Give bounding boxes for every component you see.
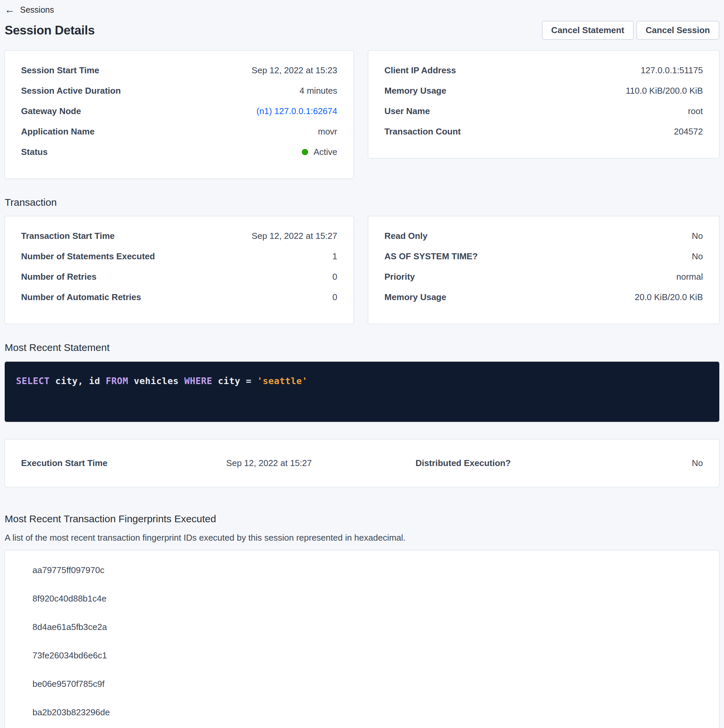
- transaction-count-row: Transaction Count 204572: [384, 121, 703, 142]
- status-value: Active: [302, 147, 337, 157]
- page-header: Session Details Cancel Statement Cancel …: [5, 21, 719, 40]
- execution-start-time-label: Execution Start Time: [21, 458, 107, 468]
- sql-text: city =: [212, 376, 257, 386]
- client-ip-row: Client IP Address 127.0.0.1:51175: [384, 60, 703, 81]
- transaction-start-time-row: Transaction Start Time Sep 12, 2022 at 1…: [21, 226, 337, 246]
- transaction-section-heading: Transaction: [5, 196, 719, 209]
- application-name-label: Application Name: [21, 127, 95, 137]
- read-only-row: Read Only No: [384, 226, 703, 246]
- transaction-info-card: Transaction Start Time Sep 12, 2022 at 1…: [5, 216, 354, 324]
- automatic-retries-value: 0: [332, 292, 337, 303]
- session-info-card: Session Start Time Sep 12, 2022 at 15:23…: [5, 50, 354, 179]
- statements-executed-label: Number of Statements Executed: [21, 251, 155, 262]
- user-name-label: User Name: [384, 106, 430, 116]
- session-memory-usage-value: 110.0 KiB/200.0 KiB: [626, 86, 703, 96]
- as-of-system-time-row: AS OF SYSTEM TIME? No: [384, 246, 703, 267]
- session-active-duration-value: 4 minutes: [299, 86, 337, 96]
- client-ip-label: Client IP Address: [384, 65, 456, 76]
- session-start-time-value: Sep 12, 2022 at 15:23: [252, 65, 337, 76]
- status-row: Status Active: [21, 142, 337, 162]
- cancel-session-button[interactable]: Cancel Session: [636, 21, 719, 40]
- gateway-node-row: Gateway Node (n1) 127.0.0.1:62674: [21, 101, 337, 121]
- distributed-execution-label: Distributed Execution?: [416, 458, 511, 468]
- breadcrumb-back-sessions[interactable]: ← Sessions: [5, 0, 54, 15]
- distributed-execution-value: No: [692, 458, 703, 468]
- retries-value: 0: [332, 272, 337, 282]
- status-active-dot-icon: [302, 149, 308, 155]
- sql-keyword: FROM: [106, 376, 128, 386]
- statement-section-heading: Most Recent Statement: [5, 341, 719, 354]
- user-name-row: User Name root: [384, 101, 703, 121]
- header-actions: Cancel Statement Cancel Session: [542, 21, 719, 40]
- transaction-memory-usage-row: Memory Usage 20.0 KiB/20.0 KiB: [384, 287, 703, 307]
- fingerprint-list-item: 8d4ae61a5fb3ce2a: [5, 613, 719, 641]
- priority-value: normal: [677, 272, 703, 282]
- fingerprint-list-item: be06e9570f785c9f: [5, 670, 719, 698]
- status-badge: Active: [314, 147, 337, 157]
- transaction-memory-usage-label: Memory Usage: [384, 292, 446, 303]
- breadcrumb-label: Sessions: [20, 5, 54, 15]
- fingerprints-description: A list of the most recent transaction fi…: [5, 532, 719, 543]
- transaction-count-value: 204572: [674, 127, 703, 137]
- session-summary-row: Session Start Time Sep 12, 2022 at 15:23…: [5, 50, 719, 179]
- sql-string-literal: 'seattle': [257, 376, 308, 386]
- transaction-summary-row: Transaction Start Time Sep 12, 2022 at 1…: [5, 216, 719, 324]
- transaction-start-time-value: Sep 12, 2022 at 15:27: [252, 231, 337, 241]
- fingerprint-list-item: aa79775ff097970c: [5, 556, 719, 584]
- session-start-time-label: Session Start Time: [21, 65, 99, 76]
- session-memory-usage-label: Memory Usage: [384, 86, 446, 96]
- statements-executed-row: Number of Statements Executed 1: [21, 246, 337, 267]
- application-name-value: movr: [318, 127, 337, 137]
- sql-keyword: SELECT: [16, 376, 50, 386]
- fingerprint-list-item: 73fe26034bd6e6c1: [5, 641, 719, 670]
- gateway-node-label: Gateway Node: [21, 106, 81, 116]
- transaction-props-card: Read Only No AS OF SYSTEM TIME? No Prior…: [368, 216, 719, 324]
- application-name-row: Application Name movr: [21, 121, 337, 142]
- fingerprints-card: aa79775ff097970c 8f920c40d88b1c4e 8d4ae6…: [5, 551, 719, 728]
- page-title: Session Details: [5, 23, 95, 37]
- cancel-statement-button[interactable]: Cancel Statement: [542, 21, 634, 40]
- automatic-retries-row: Number of Automatic Retries 0: [21, 287, 337, 307]
- execution-start-time-row: Execution Start Time Sep 12, 2022 at 15:…: [21, 453, 362, 473]
- session-details-page: ← Sessions Session Details Cancel Statem…: [0, 0, 724, 728]
- sql-text: vehicles: [128, 376, 184, 386]
- status-label: Status: [21, 147, 47, 157]
- back-arrow-icon: ←: [5, 5, 15, 15]
- read-only-label: Read Only: [384, 231, 427, 241]
- priority-row: Priority normal: [384, 267, 703, 287]
- transaction-memory-usage-value: 20.0 KiB/20.0 KiB: [635, 292, 703, 303]
- sql-statement-text: SELECT city, id FROM vehicles WHERE city…: [16, 376, 708, 386]
- fingerprint-list-item: ba2b203b823296de: [5, 698, 719, 726]
- fingerprint-list-item: 8f920c40d88b1c4e: [5, 584, 719, 613]
- read-only-value: No: [692, 231, 703, 241]
- session-memory-usage-row: Memory Usage 110.0 KiB/200.0 KiB: [384, 81, 703, 101]
- fingerprints-section-heading: Most Recent Transaction Fingerprints Exe…: [5, 512, 719, 525]
- client-ip-value: 127.0.0.1:51175: [641, 65, 703, 76]
- session-start-time-row: Session Start Time Sep 12, 2022 at 15:23: [21, 60, 337, 81]
- priority-label: Priority: [384, 272, 415, 282]
- transaction-count-label: Transaction Count: [384, 127, 461, 137]
- client-info-card: Client IP Address 127.0.0.1:51175 Memory…: [368, 50, 719, 158]
- distributed-execution-row: Distributed Execution? No: [362, 453, 703, 473]
- sql-statement-box: SELECT city, id FROM vehicles WHERE city…: [5, 362, 719, 422]
- sql-text: city, id: [50, 376, 106, 386]
- statements-executed-value: 1: [332, 251, 337, 262]
- execution-card: Execution Start Time Sep 12, 2022 at 15:…: [5, 439, 719, 487]
- session-active-duration-row: Session Active Duration 4 minutes: [21, 81, 337, 101]
- retries-label: Number of Retries: [21, 272, 96, 282]
- sql-keyword: WHERE: [184, 376, 213, 386]
- as-of-system-time-label: AS OF SYSTEM TIME?: [384, 251, 478, 262]
- transaction-start-time-label: Transaction Start Time: [21, 231, 115, 241]
- execution-start-time-value: Sep 12, 2022 at 15:27: [226, 458, 312, 468]
- as-of-system-time-value: No: [692, 251, 703, 262]
- session-active-duration-label: Session Active Duration: [21, 86, 121, 96]
- user-name-value: root: [688, 106, 703, 116]
- automatic-retries-label: Number of Automatic Retries: [21, 292, 141, 303]
- gateway-node-link[interactable]: (n1) 127.0.0.1:62674: [257, 106, 337, 116]
- retries-row: Number of Retries 0: [21, 267, 337, 287]
